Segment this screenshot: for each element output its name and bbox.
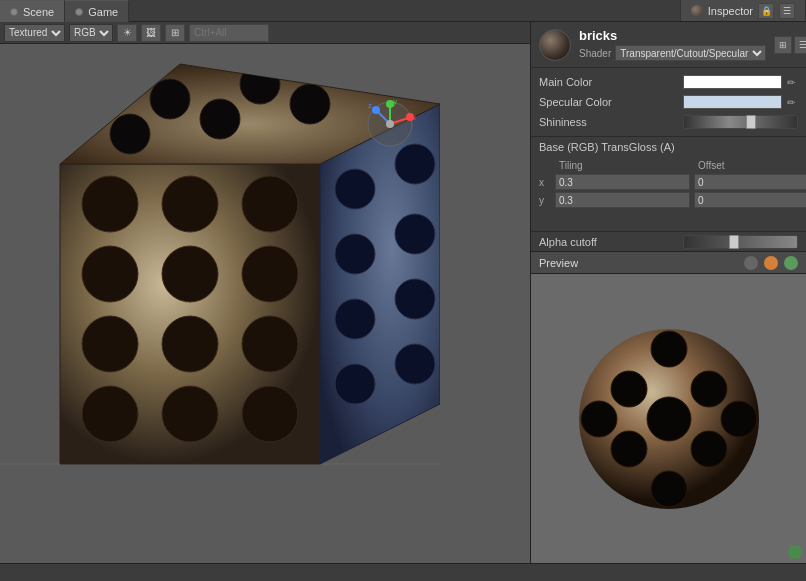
svg-point-17	[242, 386, 298, 442]
texture-label: Base (RGB) TransGloss (A)	[539, 141, 798, 153]
tab-scene[interactable]: Scene	[0, 0, 65, 22]
svg-point-29	[200, 99, 240, 139]
main-color-eyedropper[interactable]: ✏	[784, 75, 798, 89]
tiling-x-row: x	[539, 173, 806, 191]
svg-text:y: y	[393, 97, 397, 106]
inspector-menu-button[interactable]: ☰	[779, 3, 795, 19]
svg-point-14	[242, 316, 298, 372]
alpha-slider-thumb[interactable]	[729, 235, 739, 249]
alpha-cutoff-row: Alpha cutoff	[531, 231, 806, 251]
svg-point-12	[82, 316, 138, 372]
preview-sphere-svg	[569, 309, 769, 529]
tiling-x-input[interactable]	[555, 174, 690, 190]
game-tab-label: Game	[88, 6, 118, 18]
svg-point-20	[395, 144, 435, 184]
alpha-cutoff-label: Alpha cutoff	[539, 236, 679, 248]
scene-render: z y x	[0, 44, 530, 563]
svg-point-22	[395, 214, 435, 254]
specular-color-swatch[interactable]	[683, 95, 782, 109]
image-icon-btn[interactable]: 🖼	[141, 24, 161, 42]
main-color-swatch[interactable]	[683, 75, 782, 89]
preview-title: Preview	[539, 257, 738, 269]
svg-point-9	[82, 246, 138, 302]
offset-x-input[interactable]	[694, 174, 806, 190]
preview-sphere-container	[531, 274, 806, 563]
texture-content: Tiling Offset x y	[539, 157, 798, 223]
svg-point-55	[721, 401, 757, 437]
material-shader-row: Shader Transparent/Cutout/Specular	[579, 45, 766, 61]
tiling-y-row: y	[539, 191, 806, 209]
specular-color-eyedropper[interactable]: ✏	[784, 95, 798, 109]
x-axis-label: x	[539, 177, 551, 188]
svg-point-7	[162, 176, 218, 232]
texture-header: Base (RGB) TransGloss (A)	[539, 141, 798, 153]
shininess-value	[683, 115, 798, 129]
material-icon-btn-2[interactable]: ☰	[794, 36, 806, 54]
color-mode-select[interactable]: RGB	[69, 24, 113, 42]
specular-color-value: ✏	[683, 95, 798, 109]
texture-settings: Tiling Offset x y	[539, 157, 806, 223]
game-dot-icon	[75, 8, 83, 16]
preview-btn-green[interactable]	[784, 256, 798, 270]
svg-point-31	[150, 79, 190, 119]
sun-icon-btn[interactable]: ☀	[117, 24, 137, 42]
svg-point-6	[82, 176, 138, 232]
display-mode-select[interactable]: Textured	[4, 24, 65, 42]
scene-svg: z y x	[0, 44, 440, 534]
svg-point-49	[691, 371, 727, 407]
specular-color-row: Specular Color ✏	[531, 92, 806, 112]
preview-canvas	[531, 274, 806, 563]
material-name: bricks	[579, 28, 766, 43]
corner-add-button[interactable]	[788, 545, 802, 559]
layers-icon-btn[interactable]: ⊞	[165, 24, 185, 42]
y-axis-label: y	[539, 195, 551, 206]
svg-point-26	[395, 344, 435, 384]
preview-btn-orange[interactable]	[764, 256, 778, 270]
svg-point-10	[162, 246, 218, 302]
shininess-slider[interactable]	[683, 115, 798, 129]
offset-y-input[interactable]	[694, 192, 806, 208]
specular-color-label: Specular Color	[539, 96, 679, 108]
svg-point-28	[110, 114, 150, 154]
tab-inspector[interactable]: Inspector 🔒 ☰	[680, 0, 806, 21]
main-content: Textured RGB ☀ 🖼 ⊞	[0, 22, 806, 563]
svg-point-24	[395, 279, 435, 319]
properties: Main Color ✏ Specular Color ✏ Shininess	[531, 68, 806, 136]
svg-point-13	[162, 316, 218, 372]
svg-point-50	[611, 431, 647, 467]
lock-button[interactable]: 🔒	[758, 3, 774, 19]
tiling-y-input[interactable]	[555, 192, 690, 208]
shininess-thumb[interactable]	[746, 115, 756, 129]
inspector-sphere-icon	[691, 5, 703, 17]
svg-point-44	[386, 120, 394, 128]
viewport: Textured RGB ☀ 🖼 ⊞	[0, 22, 530, 563]
texture-section: Base (RGB) TransGloss (A) Tiling Offset …	[531, 136, 806, 227]
svg-point-52	[651, 331, 687, 367]
svg-point-30	[290, 84, 330, 124]
shininess-row: Shininess	[531, 112, 806, 132]
svg-point-19	[335, 169, 375, 209]
scene-tab-label: Scene	[23, 6, 54, 18]
inspector-panel: bricks Shader Transparent/Cutout/Specula…	[530, 22, 806, 563]
offset-col-header: Offset	[694, 160, 806, 171]
preview-header: Preview	[531, 252, 806, 274]
svg-point-54	[581, 401, 617, 437]
viewport-scene: z y x	[0, 44, 530, 563]
search-input[interactable]	[189, 24, 269, 42]
svg-point-47	[647, 397, 691, 441]
viewport-toolbar: Textured RGB ☀ 🖼 ⊞	[0, 22, 530, 44]
shader-select[interactable]: Transparent/Cutout/Specular	[615, 45, 766, 61]
svg-point-21	[335, 234, 375, 274]
preview-section: Preview	[531, 251, 806, 563]
svg-point-53	[651, 471, 687, 507]
svg-text:x: x	[412, 113, 416, 122]
material-icon-btn-1[interactable]: ⊞	[774, 36, 792, 54]
svg-point-48	[611, 371, 647, 407]
tab-game[interactable]: Game	[65, 0, 129, 22]
svg-point-23	[335, 299, 375, 339]
alpha-slider[interactable]	[683, 235, 798, 249]
preview-btn-dark[interactable]	[744, 256, 758, 270]
svg-text:z: z	[368, 101, 372, 110]
inspector-tab-label: Inspector	[708, 5, 753, 17]
svg-point-16	[162, 386, 218, 442]
